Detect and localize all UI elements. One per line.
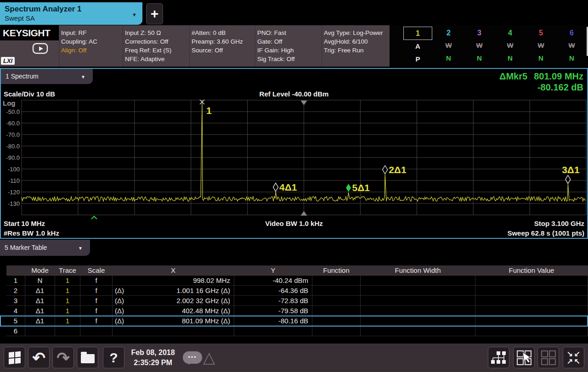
trace-number[interactable]: 5 bbox=[526, 27, 555, 39]
trace-type-state[interactable]: W bbox=[464, 39, 495, 52]
marker-4Δ1-label: 4Δ1 bbox=[279, 182, 297, 192]
start-button[interactable] bbox=[4, 347, 25, 368]
trace-column-3[interactable]: 3WN bbox=[464, 26, 495, 66]
marker-2Δ1-label: 2Δ1 bbox=[389, 164, 407, 175]
marker-trace: 1 bbox=[55, 286, 80, 295]
setting-line: IF Gain: High bbox=[257, 46, 295, 55]
trace-number[interactable]: 4 bbox=[496, 27, 525, 39]
column-header: Scale bbox=[80, 265, 113, 275]
row-number: 1 bbox=[6, 276, 25, 285]
spectrum-window: Log-50.0-60.0-70.0-80.0-90.0-100-110-120… bbox=[0, 68, 588, 239]
mode-title: Spectrum Analyzer 1 bbox=[5, 4, 138, 14]
marker-function bbox=[312, 316, 361, 326]
window-layout-icon bbox=[491, 350, 507, 366]
marker-trace: 1 bbox=[55, 306, 80, 316]
marker-table-row-6[interactable]: 6 bbox=[6, 326, 588, 336]
trace-type-state[interactable]: W bbox=[433, 39, 464, 52]
undo-icon: ↶ bbox=[32, 350, 45, 366]
message-bubble-icon[interactable]: ••• bbox=[183, 351, 202, 364]
marker-scale: f bbox=[80, 316, 113, 326]
window-grid-button[interactable] bbox=[537, 347, 559, 368]
trace-number[interactable]: 1 bbox=[403, 27, 432, 40]
y-axis-tick-label: -110 bbox=[8, 177, 20, 184]
trace-detector-state[interactable]: N bbox=[433, 52, 464, 65]
setting-line: Input: RF bbox=[61, 28, 97, 37]
file-folder-button[interactable] bbox=[77, 347, 98, 368]
grid-hand-icon bbox=[516, 349, 532, 366]
marker-table-row-2[interactable]: 2Δ11f(Δ)1.001 16 GHz (Δ)-64.36 dB bbox=[6, 286, 588, 296]
setting-group-5[interactable]: Avg Type: Log-PowerAvg|Hold: 6/100Trig: … bbox=[324, 28, 383, 55]
video-bw-label[interactable]: Video BW 1.0 kHz bbox=[1, 220, 587, 227]
setting-line: Avg Type: Log-Power bbox=[324, 28, 383, 37]
trace-column-4[interactable]: 4WN bbox=[495, 26, 526, 66]
lxi-badge: LXI bbox=[1, 57, 15, 65]
remote-display-icon bbox=[32, 43, 49, 57]
trace-column-6[interactable]: 6WN bbox=[556, 26, 587, 66]
marker-function-width bbox=[361, 286, 475, 295]
marker-y-value: -79.58 dB bbox=[234, 306, 312, 316]
marker-trace: 1 bbox=[55, 276, 80, 285]
row-number: 4 bbox=[6, 306, 25, 316]
marker-scale: f bbox=[80, 296, 113, 305]
ref-level-label[interactable]: Ref Level -40.00 dBm bbox=[1, 90, 587, 98]
marker-table-row-1[interactable]: 1N1f998.02 MHz-40.24 dBm bbox=[6, 276, 588, 286]
setting-group-1[interactable]: Input: RFCoupling: ACAlign: Off bbox=[61, 28, 97, 55]
header-separator bbox=[189, 25, 190, 67]
marker-trace: 1 bbox=[55, 296, 80, 305]
stop-freq-label[interactable]: Stop 3.100 GHz bbox=[534, 220, 584, 227]
fullscreen-toggle-button[interactable]: ↘↙↗↖ bbox=[563, 347, 584, 368]
marker-table-row-4[interactable]: 4Δ11f(Δ)402.48 MHz (Δ)-79.58 dB bbox=[6, 306, 588, 316]
marker-table-row-5[interactable]: 5Δ11f(Δ)801.09 MHz (Δ)-80.16 dB bbox=[6, 316, 588, 326]
setting-group-4[interactable]: PNO: FastGate: OffIF Gain: HighSig Track… bbox=[257, 28, 295, 63]
setting-group-3[interactable]: #Atten: 0 dBPreamp: 3.60 GHzSource: Off bbox=[192, 28, 243, 55]
chevron-down-icon: ▼ bbox=[78, 240, 83, 256]
y-axis-tick-label: -80.0 bbox=[6, 143, 20, 150]
marker-4Δ1-symbol bbox=[273, 183, 278, 192]
header-separator bbox=[255, 25, 255, 67]
undo-button[interactable]: ↶ bbox=[28, 347, 50, 368]
trace-column-5[interactable]: 5WN bbox=[526, 26, 556, 66]
marker-table-row-3[interactable]: 3Δ11f(Δ)2.002 32 GHz (Δ)-72.83 dB bbox=[6, 296, 588, 306]
chevron-down-icon: ▼ bbox=[81, 69, 85, 85]
marker-function-value bbox=[475, 326, 588, 336]
trace-column-2[interactable]: 2WN bbox=[433, 26, 464, 66]
trace-type-state[interactable]: W bbox=[495, 39, 526, 52]
res-bw-label[interactable]: #Res BW 1.0 kHz bbox=[4, 229, 59, 237]
trace-detector-state[interactable]: N bbox=[526, 52, 556, 65]
setting-group-2[interactable]: Input Z: 50 ΩCorrections: OffFreq Ref: E… bbox=[125, 28, 171, 63]
trace-detector-state[interactable]: P bbox=[402, 53, 433, 66]
marker-table-window-tab[interactable]: 5 Marker Table ▼ bbox=[0, 240, 90, 256]
column-header bbox=[6, 265, 25, 275]
trace-number[interactable]: 2 bbox=[434, 27, 463, 39]
trace-type-state[interactable]: W bbox=[526, 39, 556, 52]
marker-function bbox=[312, 296, 361, 305]
row-number: 3 bbox=[6, 296, 25, 305]
trace-number[interactable]: 6 bbox=[557, 27, 586, 39]
marker-5Δ1-label: 5Δ1 bbox=[352, 182, 370, 193]
window-layout-button[interactable] bbox=[488, 347, 509, 368]
trace-type-state[interactable]: W bbox=[556, 39, 587, 52]
marker-function-value bbox=[475, 316, 588, 326]
trace-column-1[interactable]: 1AP bbox=[402, 26, 433, 66]
marker-trace: 1 bbox=[55, 316, 80, 326]
help-button[interactable]: ? bbox=[103, 347, 124, 368]
trace-type-state[interactable]: A bbox=[402, 40, 433, 53]
add-mode-button[interactable]: + bbox=[146, 3, 163, 24]
marker-function bbox=[312, 306, 361, 316]
sweep-label[interactable]: Sweep 62.8 s (1001 pts) bbox=[507, 229, 584, 237]
marker-x-value: (Δ)1.001 16 GHz (Δ) bbox=[113, 286, 234, 295]
marker-x-value bbox=[113, 326, 234, 336]
marker-3Δ1-label: 3Δ1 bbox=[562, 164, 580, 175]
trace-number[interactable]: 3 bbox=[465, 27, 494, 39]
taskbar: ↶ ↷ ? Feb 08, 2018 2:35:29 PM ••• △ bbox=[0, 344, 588, 372]
mode-selector-dropdown[interactable]: Spectrum Analyzer 1 Swept SA ▼ bbox=[0, 2, 142, 25]
window-select-button[interactable] bbox=[513, 347, 535, 368]
top-bar: Spectrum Analyzer 1 Swept SA ▼ + bbox=[0, 0, 588, 25]
trace-detector-state[interactable]: N bbox=[495, 52, 526, 65]
redo-button[interactable]: ↷ bbox=[52, 347, 74, 368]
marker-function bbox=[312, 326, 361, 336]
trace-detector-state[interactable]: N bbox=[464, 52, 495, 65]
trace-detector-state[interactable]: N bbox=[556, 52, 587, 65]
spectrum-window-tab[interactable]: 1 Spectrum ▼ bbox=[1, 69, 93, 84]
y-axis-tick-label: -100 bbox=[8, 166, 20, 173]
